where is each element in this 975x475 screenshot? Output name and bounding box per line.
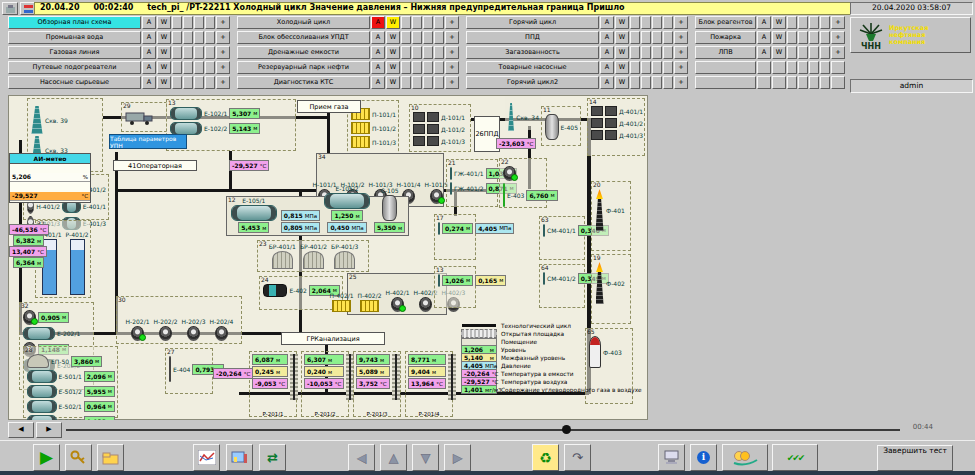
ack-a-cell[interactable]: A <box>371 16 385 29</box>
timeline-handle[interactable] <box>562 425 571 434</box>
nav-expand-cell[interactable]: + <box>445 16 459 29</box>
nav-expand-cell[interactable]: + <box>831 31 845 44</box>
toolbar-redo-button[interactable]: ↷ <box>564 444 591 471</box>
nav-button-Товарные насосные[interactable]: Товарные насосные <box>466 61 599 74</box>
ack-a-cell[interactable]: A <box>600 46 614 59</box>
ack-a-cell[interactable]: A <box>142 61 156 74</box>
storage-tank-Р-201/1[interactable]: 6,087м0,245м-9,053°CР-201/1 <box>249 351 297 417</box>
mimic-group-d401-units[interactable]: 14Д-401/1Д-401/2Д-401/3 <box>587 98 645 156</box>
toolbar-folder-button[interactable] <box>97 444 124 471</box>
ack-w-cell[interactable]: W <box>157 16 171 29</box>
nav-button-Резервуарный парк нефти[interactable]: Резервуарный парк нефти <box>237 61 370 74</box>
mimic-group-e405-vessel[interactable]: 11Е-405 <box>541 106 581 146</box>
nav-expand-cell[interactable]: + <box>445 76 459 89</box>
nav-expand-cell[interactable]: + <box>445 46 459 59</box>
ack-a-cell[interactable]: A <box>757 31 771 44</box>
ack-w-cell[interactable]: W <box>615 31 629 44</box>
nav-button-Горячий цикл2[interactable]: Горячий цикл2 <box>466 76 599 89</box>
nav-button-Газовая линия[interactable]: Газовая линия <box>8 46 141 59</box>
mimic-group-e403-unit[interactable]: 22Е-4036,760м <box>499 158 547 208</box>
nav-button-Диагностика КТС[interactable]: Диагностика КТС <box>237 76 370 89</box>
nav-button-Пожарка[interactable]: Пожарка <box>695 31 756 44</box>
mimic-box-Прием газа[interactable]: Прием газа <box>297 100 361 113</box>
ack-w-cell[interactable]: W <box>615 61 629 74</box>
nav-expand-cell[interactable]: + <box>216 76 230 89</box>
mimic-group-well-34[interactable]: Скв. 34 <box>505 96 541 130</box>
storage-tank-Р-201/4[interactable]: 8,771м9,404м13,964°CР-201/4 <box>405 351 453 417</box>
ack-a-cell[interactable]: A <box>371 46 385 59</box>
mimic-group-e501-block[interactable]: 28ЕП-503,860мЕ-501/12,096мЕ-501/25,955мЕ… <box>23 346 118 418</box>
ack-a-cell[interactable]: A <box>600 31 614 44</box>
toolbar-coins-button[interactable] <box>722 444 768 471</box>
titlebar-icon-1[interactable] <box>2 2 18 15</box>
nav-expand-cell[interactable]: + <box>674 61 688 74</box>
mimic-group-e105-separators[interactable]: 12Е-105/15,453м0,815МПа0,805МПаЕ-105/21,… <box>226 196 409 236</box>
nav-button-ЛПВ[interactable]: ЛПВ <box>695 46 756 59</box>
mimic-group-e107-drum[interactable]: 170,274м4,405МПа <box>434 214 476 260</box>
toolbar-arrow-up-button[interactable]: ▲ <box>380 444 407 471</box>
finish-test-button[interactable]: Завершить тест <box>877 445 953 471</box>
mimic-box-Канализация[interactable]: ГРКанализация <box>281 332 385 345</box>
nav-expand-cell[interactable]: + <box>445 61 459 74</box>
ack-w-cell[interactable]: W <box>615 46 629 59</box>
ack-a-cell[interactable]: A <box>142 31 156 44</box>
nav-expand-cell[interactable]: + <box>674 31 688 44</box>
ack-w-cell[interactable]: W <box>157 61 171 74</box>
mimic-group-d101-units[interactable]: 10Д-101/1Д-101/2Д-101/3 <box>409 104 471 152</box>
ack-a-cell[interactable]: A <box>600 16 614 29</box>
nav-button-ППД[interactable]: ППД <box>466 31 599 44</box>
nav-expand-cell[interactable]: + <box>216 16 230 29</box>
ack-a-cell[interactable]: A <box>600 76 614 89</box>
mimic-group-flare-f401[interactable]: 20Ф-401 <box>591 181 631 251</box>
ack-a-cell[interactable]: A <box>371 61 385 74</box>
ack-a-cell[interactable]: A <box>142 76 156 89</box>
nav-button-Блок обессоливания УПДТ[interactable]: Блок обессоливания УПДТ <box>237 31 370 44</box>
toolbar-trend-button[interactable] <box>193 444 220 471</box>
ack-w-cell[interactable]: W <box>615 76 629 89</box>
toolbar-snapshot-button[interactable] <box>226 444 253 471</box>
ack-w-cell[interactable]: W <box>772 16 786 29</box>
nav-button-Насосные сырьевые[interactable]: Насосные сырьевые <box>8 76 141 89</box>
nav-button-Загазованность[interactable]: Загазованность <box>466 46 599 59</box>
alarm-banner[interactable]: 20.04.2000:02:40tech_pi_ /PT-22211 Холод… <box>34 2 852 15</box>
ack-a-cell[interactable]: A <box>142 16 156 29</box>
ack-w-cell[interactable]: W <box>386 61 400 74</box>
mimic-group-n402-block[interactable]: 25П-402/1П-402/2Н-402/1Н-402/2Н-402/3 <box>347 273 447 315</box>
playback-play-button[interactable]: ▶ <box>36 422 62 438</box>
mimic-group-operator-room[interactable]: 29 <box>121 102 167 132</box>
mimic-box-Операторная[interactable]: 41Операторная <box>113 160 197 171</box>
nav-expand-cell[interactable]: + <box>216 61 230 74</box>
toolbar-pc-button[interactable] <box>658 444 685 471</box>
ack-w-cell[interactable]: W <box>386 31 400 44</box>
nav-expand-cell[interactable]: + <box>216 31 230 44</box>
upn-parameters-table-button[interactable]: Таблица параметров УПН <box>109 134 187 149</box>
ack-w-cell[interactable]: W <box>386 16 400 29</box>
playback-step-button[interactable]: ◀ <box>8 422 34 438</box>
toolbar-arrow-left-button[interactable]: ◀ <box>348 444 375 471</box>
mimic-group-n202-pumps[interactable]: 30Н-202/1Н-202/2Н-202/3Н-202/4 <box>116 296 242 344</box>
ack-a-cell[interactable]: A <box>600 61 614 74</box>
ack-w-cell[interactable]: W <box>615 16 629 29</box>
mimic-group-sm401-1[interactable]: 63СМ-401/10,340м <box>539 216 585 260</box>
mimic-group-br401-silos[interactable]: 23БР-401/1БР-401/2БР-401/3 <box>257 240 369 272</box>
ack-w-cell[interactable]: W <box>386 76 400 89</box>
ack-a-cell[interactable]: A <box>757 46 771 59</box>
storage-tank-Р-201/2[interactable]: 6,307м0,240м-10,053°CР-201/2 <box>301 351 349 417</box>
toolbar-swap-button[interactable]: ⇄ <box>259 444 286 471</box>
ack-w-cell[interactable]: W <box>386 46 400 59</box>
ack-a-cell[interactable]: A <box>371 31 385 44</box>
nav-button-Промывная вода[interactable]: Промывная вода <box>8 31 141 44</box>
nav-expand-cell[interactable]: + <box>216 46 230 59</box>
nav-expand-cell[interactable]: + <box>831 16 845 29</box>
nav-button-Горячий цикл[interactable]: Горячий цикл <box>466 16 599 29</box>
mimic-group-e404-vessel[interactable]: 27Е-4040,793м <box>165 348 213 394</box>
toolbar-arrow-down-button[interactable]: ▼ <box>412 444 439 471</box>
toolbar-arrow-right-button[interactable]: ▶ <box>444 444 471 471</box>
ack-w-cell[interactable]: W <box>772 31 786 44</box>
toolbar-recycle-button[interactable]: ♻ <box>532 444 559 471</box>
mimic-group-e108-drum[interactable]: 131,026м0,165м <box>434 266 476 308</box>
nav-expand-cell[interactable]: + <box>445 31 459 44</box>
toolbar-checks-button[interactable]: ✔✔✔ <box>772 444 818 471</box>
nav-expand-cell[interactable]: + <box>674 46 688 59</box>
nav-button-Дренажные емкости[interactable]: Дренажные емкости <box>237 46 370 59</box>
